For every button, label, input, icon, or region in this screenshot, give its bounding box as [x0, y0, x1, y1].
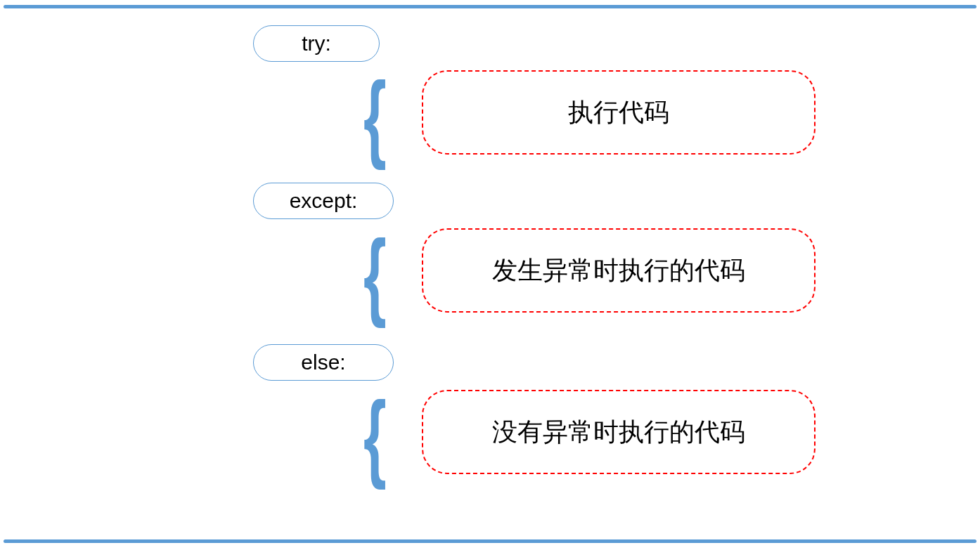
keyword-except-label: except:: [290, 189, 358, 213]
keyword-else-label: else:: [301, 351, 345, 374]
result-except-label: 发生异常时执行的代码: [492, 254, 745, 288]
keyword-try-label: try:: [302, 32, 331, 55]
brace-icon: {: [363, 67, 387, 164]
divider-bottom: [4, 539, 976, 543]
result-else-label: 没有异常时执行的代码: [492, 415, 745, 450]
result-try-label: 执行代码: [568, 96, 669, 130]
divider-top: [4, 5, 976, 8]
brace-glyph: {: [363, 381, 387, 490]
brace-glyph: {: [363, 62, 387, 170]
brace-glyph: {: [363, 220, 387, 328]
keyword-except: except:: [253, 183, 394, 219]
keyword-try: try:: [253, 25, 380, 62]
brace-icon: {: [363, 387, 387, 484]
result-else: 没有异常时执行的代码: [422, 390, 815, 474]
result-except: 发生异常时执行的代码: [422, 228, 815, 313]
keyword-else: else:: [253, 344, 394, 381]
result-try: 执行代码: [422, 70, 815, 155]
brace-icon: {: [363, 225, 387, 322]
